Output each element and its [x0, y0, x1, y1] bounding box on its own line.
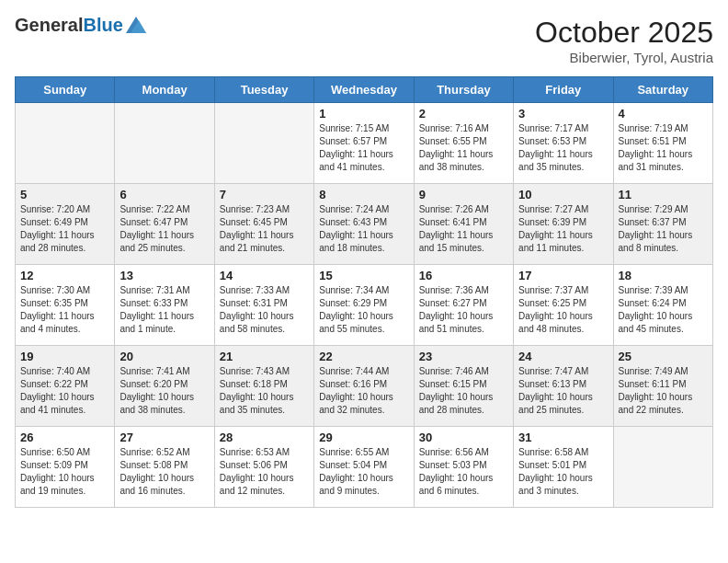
header: GeneralBlue October 2025 Biberwier, Tyro…: [15, 15, 713, 65]
day-number: 7: [220, 188, 309, 201]
table-row: 21Sunrise: 7:43 AM Sunset: 6:18 PM Dayli…: [214, 346, 313, 427]
day-info: Sunrise: 7:44 AM Sunset: 6:16 PM Dayligh…: [319, 365, 408, 417]
header-thursday: Thursday: [414, 77, 513, 103]
table-row: 18Sunrise: 7:39 AM Sunset: 6:24 PM Dayli…: [613, 265, 712, 346]
header-friday: Friday: [514, 77, 613, 103]
table-row: 13Sunrise: 7:31 AM Sunset: 6:33 PM Dayli…: [115, 265, 214, 346]
day-info: Sunrise: 7:33 AM Sunset: 6:31 PM Dayligh…: [220, 284, 309, 336]
day-number: 27: [119, 431, 209, 444]
day-info: Sunrise: 7:47 AM Sunset: 6:13 PM Dayligh…: [518, 365, 608, 417]
table-row: 6Sunrise: 7:22 AM Sunset: 6:47 PM Daylig…: [115, 184, 214, 265]
table-row: 22Sunrise: 7:44 AM Sunset: 6:16 PM Dayli…: [314, 346, 414, 427]
header-sunday: Sunday: [16, 77, 115, 103]
table-row: 16Sunrise: 7:36 AM Sunset: 6:27 PM Dayli…: [414, 265, 513, 346]
table-row: [214, 103, 313, 184]
table-row: 2Sunrise: 7:16 AM Sunset: 6:55 PM Daylig…: [414, 103, 513, 184]
table-row: [115, 103, 214, 184]
header-saturday: Saturday: [613, 77, 712, 103]
table-row: [16, 103, 115, 184]
day-number: 18: [619, 269, 708, 282]
day-number: 6: [119, 188, 209, 201]
day-info: Sunrise: 7:15 AM Sunset: 6:57 PM Dayligh…: [319, 122, 408, 174]
day-number: 25: [619, 350, 708, 363]
day-info: Sunrise: 6:58 AM Sunset: 5:01 PM Dayligh…: [518, 446, 608, 498]
day-info: Sunrise: 7:49 AM Sunset: 6:11 PM Dayligh…: [619, 365, 708, 417]
day-number: 19: [20, 350, 109, 363]
day-info: Sunrise: 7:19 AM Sunset: 6:51 PM Dayligh…: [619, 122, 708, 174]
day-info: Sunrise: 7:39 AM Sunset: 6:24 PM Dayligh…: [619, 284, 708, 336]
table-row: [613, 427, 712, 508]
day-info: Sunrise: 6:53 AM Sunset: 5:06 PM Dayligh…: [220, 446, 309, 498]
header-monday: Monday: [115, 77, 214, 103]
day-number: 1: [319, 107, 408, 121]
day-info: Sunrise: 7:22 AM Sunset: 6:47 PM Dayligh…: [119, 203, 209, 255]
day-info: Sunrise: 6:55 AM Sunset: 5:04 PM Dayligh…: [319, 446, 408, 498]
logo-icon: [126, 17, 146, 33]
day-info: Sunrise: 7:43 AM Sunset: 6:18 PM Dayligh…: [220, 365, 309, 417]
day-info: Sunrise: 7:31 AM Sunset: 6:33 PM Dayligh…: [119, 284, 209, 336]
day-number: 22: [319, 350, 408, 363]
table-row: 23Sunrise: 7:46 AM Sunset: 6:15 PM Dayli…: [414, 346, 513, 427]
table-row: 31Sunrise: 6:58 AM Sunset: 5:01 PM Dayli…: [514, 427, 613, 508]
table-row: 3Sunrise: 7:17 AM Sunset: 6:53 PM Daylig…: [514, 103, 613, 184]
day-info: Sunrise: 7:40 AM Sunset: 6:22 PM Dayligh…: [20, 365, 109, 417]
table-row: 4Sunrise: 7:19 AM Sunset: 6:51 PM Daylig…: [613, 103, 712, 184]
table-row: 29Sunrise: 6:55 AM Sunset: 5:04 PM Dayli…: [314, 427, 414, 508]
day-info: Sunrise: 7:30 AM Sunset: 6:35 PM Dayligh…: [20, 284, 109, 336]
day-number: 11: [619, 188, 708, 201]
table-row: 11Sunrise: 7:29 AM Sunset: 6:37 PM Dayli…: [613, 184, 712, 265]
day-number: 26: [20, 431, 109, 444]
calendar-table: Sunday Monday Tuesday Wednesday Thursday…: [15, 76, 713, 508]
day-info: Sunrise: 7:36 AM Sunset: 6:27 PM Dayligh…: [419, 284, 508, 336]
day-info: Sunrise: 6:50 AM Sunset: 5:09 PM Dayligh…: [20, 446, 109, 498]
day-number: 2: [419, 107, 508, 121]
day-info: Sunrise: 7:24 AM Sunset: 6:43 PM Dayligh…: [319, 203, 408, 255]
day-number: 4: [619, 107, 708, 121]
location-subtitle: Biberwier, Tyrol, Austria: [535, 50, 713, 65]
header-wednesday: Wednesday: [314, 77, 414, 103]
table-row: 28Sunrise: 6:53 AM Sunset: 5:06 PM Dayli…: [214, 427, 313, 508]
day-number: 9: [419, 188, 508, 201]
weekday-header-row: Sunday Monday Tuesday Wednesday Thursday…: [16, 77, 713, 103]
table-row: 24Sunrise: 7:47 AM Sunset: 6:13 PM Dayli…: [514, 346, 613, 427]
table-row: 10Sunrise: 7:27 AM Sunset: 6:39 PM Dayli…: [514, 184, 613, 265]
calendar-week-row: 19Sunrise: 7:40 AM Sunset: 6:22 PM Dayli…: [16, 346, 713, 427]
day-number: 30: [419, 431, 508, 444]
logo-blue: Blue: [83, 15, 122, 35]
day-number: 21: [220, 350, 309, 363]
day-number: 12: [20, 269, 109, 282]
day-info: Sunrise: 6:56 AM Sunset: 5:03 PM Dayligh…: [419, 446, 508, 498]
table-row: 1Sunrise: 7:15 AM Sunset: 6:57 PM Daylig…: [314, 103, 414, 184]
calendar-week-row: 26Sunrise: 6:50 AM Sunset: 5:09 PM Dayli…: [16, 427, 713, 508]
day-info: Sunrise: 6:52 AM Sunset: 5:08 PM Dayligh…: [119, 446, 209, 498]
day-info: Sunrise: 7:16 AM Sunset: 6:55 PM Dayligh…: [419, 122, 508, 174]
table-row: 9Sunrise: 7:26 AM Sunset: 6:41 PM Daylig…: [414, 184, 513, 265]
calendar-week-row: 12Sunrise: 7:30 AM Sunset: 6:35 PM Dayli…: [16, 265, 713, 346]
day-number: 8: [319, 188, 408, 201]
table-row: 27Sunrise: 6:52 AM Sunset: 5:08 PM Dayli…: [115, 427, 214, 508]
day-number: 3: [518, 107, 608, 121]
day-number: 14: [220, 269, 309, 282]
day-number: 16: [419, 269, 508, 282]
day-info: Sunrise: 7:41 AM Sunset: 6:20 PM Dayligh…: [119, 365, 209, 417]
logo-text: GeneralBlue: [15, 15, 123, 35]
day-info: Sunrise: 7:37 AM Sunset: 6:25 PM Dayligh…: [518, 284, 608, 336]
day-info: Sunrise: 7:17 AM Sunset: 6:53 PM Dayligh…: [518, 122, 608, 174]
table-row: 25Sunrise: 7:49 AM Sunset: 6:11 PM Dayli…: [613, 346, 712, 427]
table-row: 26Sunrise: 6:50 AM Sunset: 5:09 PM Dayli…: [16, 427, 115, 508]
day-info: Sunrise: 7:20 AM Sunset: 6:49 PM Dayligh…: [20, 203, 109, 255]
table-row: 20Sunrise: 7:41 AM Sunset: 6:20 PM Dayli…: [115, 346, 214, 427]
table-row: 15Sunrise: 7:34 AM Sunset: 6:29 PM Dayli…: [314, 265, 414, 346]
table-row: 30Sunrise: 6:56 AM Sunset: 5:03 PM Dayli…: [414, 427, 513, 508]
day-number: 17: [518, 269, 608, 282]
table-row: 8Sunrise: 7:24 AM Sunset: 6:43 PM Daylig…: [314, 184, 414, 265]
day-number: 28: [220, 431, 309, 444]
table-row: 14Sunrise: 7:33 AM Sunset: 6:31 PM Dayli…: [214, 265, 313, 346]
day-info: Sunrise: 7:46 AM Sunset: 6:15 PM Dayligh…: [419, 365, 508, 417]
day-number: 24: [518, 350, 608, 363]
day-number: 10: [518, 188, 608, 201]
day-number: 29: [319, 431, 408, 444]
header-tuesday: Tuesday: [214, 77, 313, 103]
table-row: 5Sunrise: 7:20 AM Sunset: 6:49 PM Daylig…: [16, 184, 115, 265]
logo: GeneralBlue: [15, 15, 146, 35]
